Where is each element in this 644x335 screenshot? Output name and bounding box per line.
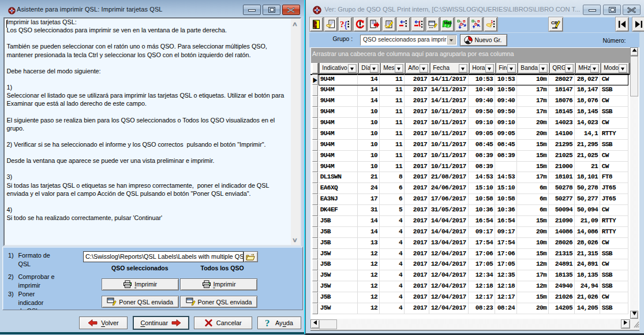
svg-text:?: ? (265, 318, 270, 327)
svg-text:?: ? (340, 20, 345, 29)
svg-text:{: { (345, 20, 347, 29)
svg-text:1: 1 (491, 20, 493, 24)
svg-text:Map: Map (444, 21, 451, 25)
